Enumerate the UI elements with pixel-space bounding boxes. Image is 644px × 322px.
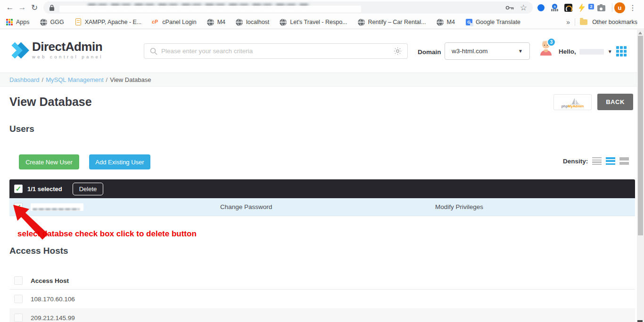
bookmark-item[interactable]: cP G Apps <box>6 18 30 26</box>
bookmark-item[interactable]: cP G Let's Travel - Respo... <box>280 18 347 26</box>
access-host-checkbox[interactable] <box>14 314 23 322</box>
scrollbar-thumb[interactable] <box>638 36 643 235</box>
bookmark-label: Apps <box>16 19 30 25</box>
bookmark-item[interactable]: cP G GGG <box>40 18 64 26</box>
extension-gauge-icon[interactable] <box>564 4 572 12</box>
database-user-name-redacted <box>31 203 83 211</box>
access-host-column-header: Access Host <box>31 277 69 284</box>
username-redacted <box>579 49 604 55</box>
density-comfortable-icon[interactable] <box>619 157 629 165</box>
bookmark-item[interactable]: cP G XAMPP, Apache - E... <box>74 18 142 26</box>
bookmark-favicon: cP G <box>358 18 365 26</box>
domain-value: w3-html.com <box>452 48 518 55</box>
bookmark-favicon: cP G <box>6 18 13 26</box>
bookmark-label: Let's Travel - Respo... <box>290 19 347 25</box>
annotation-text: select databse check box click to delete… <box>17 229 197 239</box>
extensions-strip: a 2 <box>537 4 605 12</box>
page-scrollbar[interactable] <box>637 30 644 322</box>
bookmark-item[interactable]: cP G Rentify – Car Rental... <box>358 18 426 26</box>
user-table-row: ✓ Change Password Modify Privileges <box>9 198 635 216</box>
delete-button[interactable]: Delete <box>73 183 104 195</box>
greeting-label: Hello, <box>559 48 576 55</box>
directadmin-header: DirectAdmin web control panel Domain w3-… <box>0 30 644 73</box>
extension-badge: 2 <box>588 4 594 9</box>
search-icon <box>150 48 157 55</box>
breadcrumb-dashboard[interactable]: Dashboard <box>9 76 40 83</box>
search-box <box>144 43 408 59</box>
bookmark-label: cPanel Login <box>162 19 196 25</box>
scroll-up-arrow-icon[interactable] <box>638 32 642 34</box>
bookmark-item[interactable]: cP G localhost <box>236 18 269 26</box>
extension-measure-icon[interactable]: a <box>551 4 558 11</box>
bookmark-star-icon[interactable]: ☆ <box>520 4 527 12</box>
reload-icon[interactable]: ↻ <box>28 1 41 14</box>
browser-toolbar: ← → ↻ ☆ a 2 <box>0 0 644 15</box>
chevron-down-icon: ▼ <box>608 49 612 54</box>
browser-menu-icon[interactable]: ⋮ <box>625 3 640 12</box>
bookmark-favicon: cP G <box>40 18 48 26</box>
density-label: Density: <box>563 158 588 165</box>
access-hosts-table: Access Host 108.170.60.106 209.212.145.9… <box>9 272 635 322</box>
phpmyadmin-button[interactable]: phpMyAdmin <box>553 94 592 110</box>
folder-icon <box>580 19 587 25</box>
access-host-checkbox[interactable] <box>14 295 23 303</box>
bookmark-favicon: cP G <box>465 18 473 26</box>
breadcrumb: Dashboard / MySQL Management / View Data… <box>0 73 644 87</box>
bookmarks-overflow-icon[interactable]: » <box>566 18 570 26</box>
access-hosts-header-row: Access Host <box>9 272 635 290</box>
scrollbar-corner <box>637 320 643 322</box>
bookmark-item[interactable]: cP G Google Translate <box>465 18 520 26</box>
access-host-row: 209.212.145.99 <box>9 308 635 322</box>
modify-privileges-link[interactable]: Modify Privileges <box>435 203 483 210</box>
chevron-down-icon: ▼ <box>518 48 523 54</box>
density-control: Density: <box>563 157 629 165</box>
search-settings-gear-icon[interactable] <box>394 47 402 55</box>
access-hosts-rows: 108.170.60.106 209.212.145.99 <box>9 290 635 322</box>
lock-icon <box>49 4 55 11</box>
change-password-link[interactable]: Change Password <box>220 203 272 210</box>
bookmark-label: Google Translate <box>476 19 520 25</box>
add-existing-user-button[interactable]: Add Existing User <box>89 154 150 169</box>
other-bookmarks-button[interactable]: Other bookmarks <box>592 19 637 25</box>
extension-camera-icon[interactable] <box>597 5 605 11</box>
user-row-checkbox[interactable]: ✓ <box>14 203 23 211</box>
directadmin-logo[interactable]: DirectAdmin web control panel <box>9 40 103 60</box>
browser-profile-avatar[interactable]: u <box>614 2 625 13</box>
bookmarks-right: » Other bookmarks <box>566 15 637 29</box>
breadcrumb-current: View Database <box>110 76 151 83</box>
bookmark-favicon: cP G <box>74 18 82 26</box>
access-host-value: 108.170.60.106 <box>31 296 75 303</box>
create-new-user-button[interactable]: Create New User <box>19 154 79 169</box>
select-all-checkbox[interactable]: ✓ <box>14 185 23 193</box>
back-icon[interactable]: ← <box>4 1 16 14</box>
bookmark-favicon: cP G <box>207 18 215 26</box>
bookmarks-bar: cP G Apps cP G GGG <box>0 15 644 29</box>
address-bar[interactable]: ☆ <box>43 1 533 14</box>
back-button[interactable]: BACK <box>597 94 633 110</box>
forward-icon[interactable]: → <box>16 1 28 14</box>
bookmark-favicon: cP G <box>152 18 159 26</box>
domain-dropdown[interactable]: w3-html.com ▼ <box>445 42 530 60</box>
bookmark-item[interactable]: cP G M4 <box>207 18 225 26</box>
bookmark-label: M4 <box>447 19 455 25</box>
account-menu[interactable]: Hello, ▼ <box>559 48 612 55</box>
selection-count: 1/1 selected <box>27 185 62 193</box>
density-medium-icon[interactable] <box>606 157 615 165</box>
search-input[interactable] <box>161 48 394 55</box>
apps-grid-icon[interactable] <box>616 46 627 56</box>
phpmyadmin-sail-icon <box>566 98 580 105</box>
bookmark-item[interactable]: cP G M4 <box>437 18 455 26</box>
bookmark-label: GGG <box>50 19 64 25</box>
extension-lightning-icon[interactable] <box>578 4 585 12</box>
selection-bar: ✓ 1/1 selected Delete <box>9 179 635 198</box>
notification-badge[interactable]: 3 <box>547 38 556 47</box>
bookmark-item[interactable]: cP G cPanel Login <box>152 18 196 26</box>
breadcrumb-mysql-management[interactable]: MySQL Management <box>46 76 103 83</box>
density-compact-icon[interactable] <box>592 157 602 165</box>
extension-blue-dot-icon[interactable] <box>537 4 545 11</box>
logo-title: DirectAdmin <box>32 40 103 53</box>
bookmark-label: M4 <box>217 19 225 25</box>
password-key-icon[interactable] <box>505 5 514 10</box>
access-hosts-heading: Access Hosts <box>9 246 68 256</box>
access-hosts-select-all-checkbox[interactable] <box>14 276 23 285</box>
